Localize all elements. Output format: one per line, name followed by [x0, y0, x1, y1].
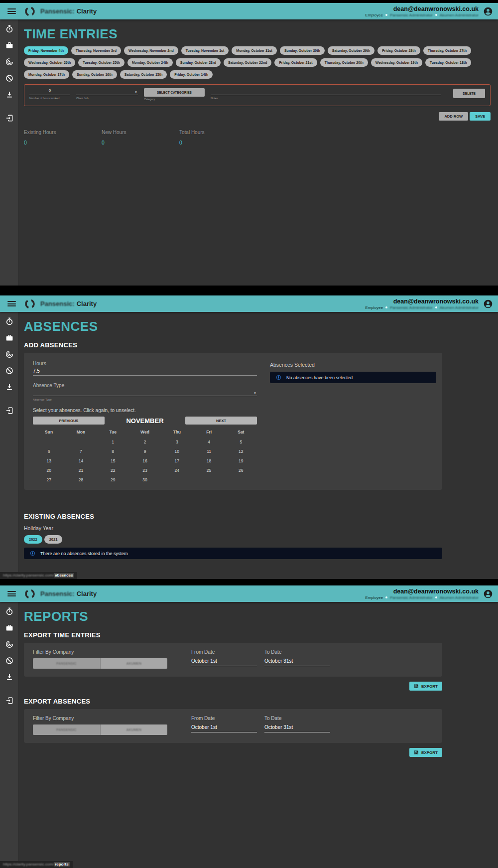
company-pansensic-button[interactable]: PANSENSIC — [33, 724, 101, 735]
calendar-day[interactable]: 1 — [97, 439, 129, 445]
hours-input[interactable]: 7.5 — [33, 368, 257, 376]
menu-icon[interactable] — [7, 8, 16, 14]
date-chip[interactable]: Friday, October 28th — [377, 46, 420, 55]
from-date-input[interactable]: October 1st — [191, 658, 257, 666]
calendar-day[interactable]: 16 — [129, 458, 161, 464]
exit-icon[interactable] — [5, 114, 13, 122]
account-icon[interactable] — [483, 6, 493, 16]
date-chip[interactable]: Thursday, October 27th — [423, 46, 471, 55]
calendar-day[interactable]: 23 — [129, 468, 161, 473]
company-akumen-button[interactable]: AKUMEN — [101, 724, 168, 735]
timer-icon[interactable] — [5, 317, 13, 325]
calendar-day[interactable]: 2 — [129, 439, 161, 445]
date-chip[interactable]: Tuesday, October 25th — [78, 58, 124, 67]
calendar-day[interactable]: 3 — [161, 439, 193, 445]
work-icon[interactable] — [5, 334, 13, 342]
exit-icon[interactable] — [5, 407, 13, 415]
hours-worked-value[interactable]: 0 — [29, 88, 70, 95]
exit-icon[interactable] — [5, 697, 13, 705]
track-changes-icon[interactable] — [5, 58, 13, 66]
date-chip[interactable]: Monday, October 31st — [232, 46, 277, 55]
calendar-day[interactable]: 11 — [193, 449, 225, 454]
block-icon[interactable] — [5, 74, 13, 82]
date-chip[interactable]: Friday, October 21st — [274, 58, 317, 67]
calendar-day[interactable]: 4 — [193, 439, 225, 445]
download-icon[interactable] — [5, 91, 13, 99]
date-chip[interactable]: Tuesday, October 18th — [425, 58, 471, 67]
block-icon[interactable] — [5, 657, 13, 665]
notes-value[interactable] — [211, 88, 441, 95]
timer-icon[interactable] — [5, 25, 13, 33]
from-date-input[interactable]: October 1st — [191, 724, 257, 732]
account-icon[interactable] — [483, 299, 493, 309]
calendar-day[interactable]: 17 — [161, 458, 193, 464]
track-changes-icon[interactable] — [5, 350, 13, 358]
company-pansensic-button[interactable]: PANSENSIC — [33, 658, 101, 669]
absence-type-select[interactable]: Absence Type ▼ Absence Type — [33, 383, 257, 401]
to-date-input[interactable]: October 31st — [264, 724, 330, 732]
add-row-button[interactable]: ADD ROW — [439, 112, 468, 121]
calendar-day[interactable]: 26 — [225, 468, 257, 473]
calendar-day[interactable]: 7 — [65, 449, 97, 454]
client-job-value[interactable]: ▼ — [76, 88, 138, 95]
timer-icon[interactable] — [5, 607, 13, 615]
calendar-day[interactable]: 6 — [33, 449, 65, 454]
date-chip[interactable]: Friday, October 14th — [170, 70, 213, 79]
export-absences-button[interactable]: EXPORT — [409, 748, 442, 757]
export-time-entries-button[interactable]: EXPORT — [409, 682, 442, 691]
calendar-day[interactable]: 27 — [33, 477, 65, 483]
download-icon[interactable] — [5, 673, 13, 681]
download-icon[interactable] — [5, 383, 13, 391]
date-chip[interactable]: Saturday, October 15th — [120, 70, 167, 79]
track-changes-icon[interactable] — [5, 640, 13, 648]
save-button[interactable]: SAVE — [470, 112, 491, 121]
date-chip[interactable]: Wednesday, October 26th — [24, 58, 75, 67]
date-chip[interactable]: Monday, October 24th — [127, 58, 173, 67]
block-icon[interactable] — [5, 367, 13, 375]
calendar-day[interactable]: 29 — [97, 477, 129, 483]
date-chip[interactable]: Wednesday, November 2nd — [124, 46, 178, 55]
account-icon[interactable] — [483, 589, 493, 599]
hours-worked-field[interactable]: 0 Number of hours worked — [29, 88, 70, 100]
calendar-day[interactable]: 18 — [193, 458, 225, 464]
work-icon[interactable] — [5, 624, 13, 632]
calendar-day[interactable]: 19 — [225, 458, 257, 464]
date-chip[interactable]: Saturday, October 22nd — [224, 58, 271, 67]
calendar-day[interactable]: 10 — [161, 449, 193, 454]
calendar-day[interactable]: 25 — [193, 468, 225, 473]
date-chip[interactable]: Friday, November 4th — [24, 46, 68, 55]
date-chip[interactable]: Sunday, October 23rd — [176, 58, 221, 67]
calendar-day[interactable]: 5 — [225, 439, 257, 445]
date-chip[interactable]: Thursday, November 3rd — [71, 46, 121, 55]
calendar-day[interactable]: 8 — [97, 449, 129, 454]
date-chip[interactable]: Sunday, October 16th — [72, 70, 117, 79]
date-chip[interactable]: Tuesday, November 1st — [181, 46, 229, 55]
delete-button[interactable]: DELETE — [453, 89, 485, 98]
calendar-day[interactable]: 22 — [97, 468, 129, 473]
holiday-year-chip[interactable]: 2021 — [44, 535, 63, 544]
date-chip[interactable]: Monday, October 17th — [24, 70, 69, 79]
to-date-input[interactable]: October 31st — [264, 658, 330, 666]
calendar-day[interactable]: 24 — [161, 468, 193, 473]
calendar-day[interactable]: 13 — [33, 458, 65, 464]
calendar-day[interactable]: 20 — [33, 468, 65, 473]
notes-field[interactable]: Notes — [211, 88, 441, 100]
holiday-year-chip[interactable]: 2022 — [24, 535, 42, 544]
select-categories-button[interactable]: SELECT CATEGORIES — [144, 88, 205, 97]
calendar-day[interactable]: 9 — [129, 449, 161, 454]
calendar-day[interactable]: 28 — [65, 477, 97, 483]
date-chip[interactable]: Saturday, October 29th — [328, 46, 375, 55]
date-chip[interactable]: Wednesday, October 19th — [371, 58, 422, 67]
absence-type-value[interactable]: ▼ — [33, 388, 257, 396]
date-chip[interactable]: Thursday, October 20th — [320, 58, 368, 67]
calendar-day[interactable]: 21 — [65, 468, 97, 473]
date-chip[interactable]: Sunday, October 30th — [280, 46, 325, 55]
calendar-day[interactable]: 30 — [129, 477, 161, 483]
calendar-day[interactable]: 12 — [225, 449, 257, 454]
company-akumen-button[interactable]: AKUMEN — [101, 658, 168, 669]
client-job-select[interactable]: ▼ Client Job — [76, 88, 138, 100]
calendar-next-button[interactable]: NEXT — [185, 417, 257, 425]
work-icon[interactable] — [5, 41, 13, 49]
calendar-day[interactable]: 15 — [97, 458, 129, 464]
menu-icon[interactable] — [7, 591, 16, 596]
